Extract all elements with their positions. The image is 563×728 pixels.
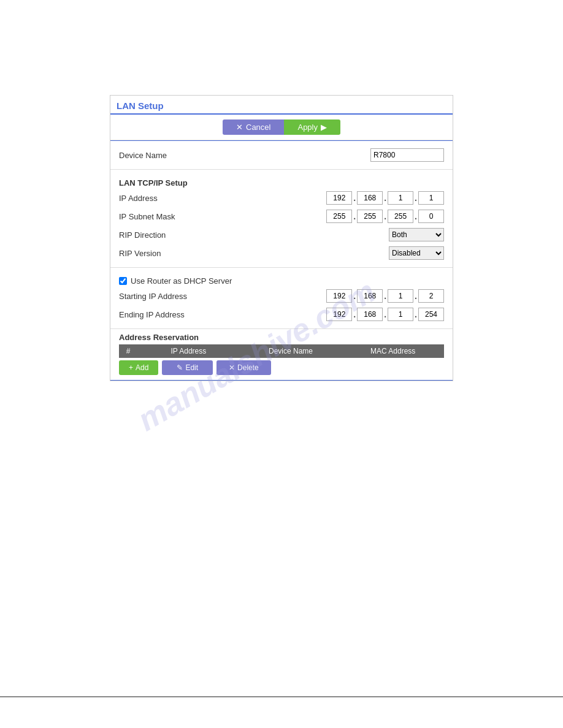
device-name-value bbox=[370, 148, 444, 162]
subnet-oct3[interactable] bbox=[388, 210, 413, 223]
reservation-title: Address Reservation bbox=[119, 333, 444, 344]
rip-version-value: Disabled RIP-1 RIP-2 Both bbox=[389, 246, 444, 260]
device-name-row: Device Name bbox=[119, 146, 444, 164]
dot6: . bbox=[415, 211, 417, 221]
end-oct3[interactable] bbox=[388, 308, 413, 321]
add-button[interactable]: + Add bbox=[119, 360, 158, 375]
pencil-icon: ✎ bbox=[177, 363, 183, 372]
dot9: . bbox=[415, 291, 417, 301]
dot2: . bbox=[384, 193, 386, 203]
ending-ip-label: Ending IP Address bbox=[119, 310, 326, 319]
ip-oct2[interactable] bbox=[357, 191, 383, 205]
dot11: . bbox=[384, 309, 386, 319]
ip-address-row: IP Address . . . bbox=[119, 189, 444, 207]
col-device: Device Name bbox=[240, 344, 342, 358]
subnet-oct2[interactable] bbox=[357, 210, 383, 223]
start-oct1[interactable] bbox=[326, 289, 352, 303]
subnet-mask-row: IP Subnet Mask . . . bbox=[119, 207, 444, 226]
device-name-label: Device Name bbox=[119, 151, 370, 160]
lan-tcpip-header: LAN TCP/IP Setup bbox=[119, 175, 444, 189]
action-bar: + Add ✎ Edit ✕ Delete bbox=[119, 358, 444, 380]
col-num: # bbox=[119, 344, 137, 358]
ending-ip-value: . . . bbox=[326, 308, 444, 321]
end-oct4[interactable] bbox=[418, 308, 444, 321]
col-mac: MAC Address bbox=[342, 344, 444, 358]
start-oct2[interactable] bbox=[357, 289, 383, 303]
subnet-oct4[interactable] bbox=[418, 210, 444, 223]
device-name-section: Device Name bbox=[110, 141, 453, 170]
dhcp-checkbox[interactable] bbox=[119, 277, 127, 285]
apply-button[interactable]: Apply ▶ bbox=[284, 119, 340, 135]
ip-address-label: IP Address bbox=[119, 194, 326, 203]
ending-ip-row: Ending IP Address . . . bbox=[119, 305, 444, 324]
col-ip: IP Address bbox=[137, 344, 240, 358]
ip-oct1[interactable] bbox=[326, 191, 352, 205]
edit-button[interactable]: ✎ Edit bbox=[162, 360, 213, 375]
starting-ip-value: . . . bbox=[326, 289, 444, 303]
dot8: . bbox=[384, 291, 386, 301]
starting-ip-label: Starting IP Address bbox=[119, 292, 326, 301]
cancel-button[interactable]: ✕ Cancel bbox=[223, 119, 284, 135]
dhcp-checkbox-label: Use Router as DHCP Server bbox=[131, 276, 232, 286]
starting-ip-row: Starting IP Address . . . bbox=[119, 287, 444, 305]
dot4: . bbox=[353, 211, 356, 221]
lan-setup-panel: LAN Setup ✕ Cancel Apply ▶ Device Name bbox=[110, 95, 453, 381]
start-oct3[interactable] bbox=[388, 289, 413, 303]
dot3: . bbox=[415, 193, 417, 203]
dhcp-section: Use Router as DHCP Server Starting IP Ad… bbox=[110, 268, 453, 329]
ip-oct3[interactable] bbox=[388, 191, 413, 205]
address-reservation-section: Address Reservation # IP Address Device … bbox=[110, 329, 453, 380]
bottom-divider bbox=[0, 696, 563, 697]
subnet-oct1[interactable] bbox=[326, 210, 352, 223]
rip-direction-row: RIP Direction None Both In Only Out Only bbox=[119, 226, 444, 244]
plus-icon: + bbox=[129, 363, 133, 372]
end-oct2[interactable] bbox=[357, 308, 383, 321]
panel-title: LAN Setup bbox=[110, 96, 453, 115]
ip-oct4[interactable] bbox=[418, 191, 444, 205]
rip-direction-label: RIP Direction bbox=[119, 230, 389, 240]
dot10: . bbox=[353, 309, 356, 319]
dot5: . bbox=[384, 211, 386, 221]
rip-version-label: RIP Version bbox=[119, 249, 389, 258]
dot1: . bbox=[353, 193, 356, 203]
subnet-mask-value: . . . bbox=[326, 210, 444, 223]
rip-direction-select[interactable]: None Both In Only Out Only bbox=[389, 228, 444, 241]
toolbar: ✕ Cancel Apply ▶ bbox=[110, 115, 453, 140]
dhcp-checkbox-row: Use Router as DHCP Server bbox=[119, 273, 444, 287]
reservation-table-header: # IP Address Device Name MAC Address bbox=[119, 344, 444, 358]
device-name-input[interactable] bbox=[370, 148, 444, 162]
dot7: . bbox=[353, 291, 356, 301]
rip-version-row: RIP Version Disabled RIP-1 RIP-2 Both bbox=[119, 244, 444, 262]
x-icon: ✕ bbox=[236, 123, 243, 132]
ip-address-value: . . . bbox=[326, 191, 444, 205]
lan-tcpip-section: LAN TCP/IP Setup IP Address . . . bbox=[110, 170, 453, 268]
arrow-icon: ▶ bbox=[321, 123, 327, 132]
start-oct4[interactable] bbox=[418, 289, 444, 303]
end-oct1[interactable] bbox=[326, 308, 352, 321]
subnet-mask-label: IP Subnet Mask bbox=[119, 212, 326, 221]
dot12: . bbox=[415, 309, 417, 319]
rip-direction-value: None Both In Only Out Only bbox=[389, 228, 444, 241]
x-delete-icon: ✕ bbox=[229, 363, 235, 372]
rip-version-select[interactable]: Disabled RIP-1 RIP-2 Both bbox=[389, 246, 444, 260]
delete-button[interactable]: ✕ Delete bbox=[216, 360, 271, 375]
